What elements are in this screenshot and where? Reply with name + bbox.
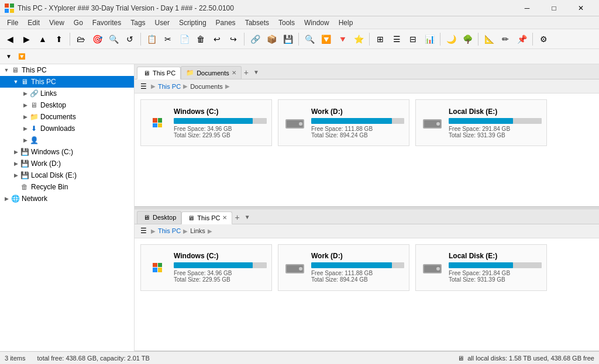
target-button[interactable]: 🎯 bbox=[89, 32, 105, 47]
pane1-tab-documents[interactable]: 📁 Documents ✕ bbox=[181, 66, 242, 79]
sidebar-item-downloads[interactable]: ▶ ⬇ Downloads bbox=[0, 123, 134, 134]
view1-button[interactable]: ⊞ bbox=[373, 32, 388, 47]
drive-card-c-pane2[interactable]: Windows (C:) Free Space: 34.96 GB Total … bbox=[140, 244, 272, 291]
filter2-button[interactable]: 🔻 bbox=[335, 32, 350, 47]
expander-local-e[interactable]: ▶ bbox=[12, 171, 20, 179]
svg-rect-0 bbox=[5, 4, 9, 8]
settings-button[interactable]: ⚙ bbox=[536, 32, 551, 47]
link-button[interactable]: 🔗 bbox=[247, 32, 263, 47]
find-button[interactable]: 🔍 bbox=[302, 32, 317, 47]
sidebar-item-local-e[interactable]: ▶ 💾 Local Disk (E:) bbox=[0, 169, 134, 181]
pane1-tab-thispc[interactable]: 🖥 This PC bbox=[137, 67, 181, 79]
drive-card-c-pane1[interactable]: Windows (C:) Free Space: 34.96 GB Total … bbox=[140, 99, 272, 146]
paste-button[interactable]: 📄 bbox=[177, 32, 192, 47]
filter-button[interactable]: 🔽 bbox=[318, 32, 333, 47]
view3-button[interactable]: ⊟ bbox=[405, 32, 421, 47]
pin-button[interactable]: 📌 bbox=[514, 32, 529, 47]
pane1-tab-documents-close[interactable]: ✕ bbox=[232, 70, 236, 76]
expander-this-pc2[interactable]: ▼ bbox=[12, 78, 20, 86]
expander-network[interactable]: ▶ bbox=[2, 195, 11, 203]
search2-button[interactable]: 🔍 bbox=[106, 32, 121, 47]
undo-button[interactable]: ↩ bbox=[209, 32, 225, 47]
expander-downloads[interactable]: ▶ bbox=[21, 124, 29, 133]
expander-work-d[interactable]: ▶ bbox=[12, 160, 20, 168]
sidebar-item-user[interactable]: ▶ 👤 bbox=[0, 134, 134, 146]
sidebar-item-this-pc[interactable]: ▼ 🖥 This PC bbox=[0, 76, 134, 88]
minimize-button[interactable]: ─ bbox=[514, 0, 541, 16]
sidebar-item-network[interactable]: ▶ 🌐 Network bbox=[0, 193, 134, 204]
ruler-button[interactable]: 📐 bbox=[481, 32, 497, 47]
folder-button[interactable]: 🗁 bbox=[73, 32, 88, 47]
forward-button[interactable]: ▶ bbox=[19, 32, 34, 47]
menu-item-edit[interactable]: Edit bbox=[23, 18, 44, 28]
pane2-tab-desktop[interactable]: 🖥 Desktop bbox=[137, 211, 181, 224]
sidebar-item-this-pc-root[interactable]: ▼ 🖥 This PC bbox=[0, 64, 134, 76]
back-button[interactable]: ◀ bbox=[2, 32, 18, 47]
pane2-tab-add[interactable]: + bbox=[232, 211, 242, 224]
sidebar-item-links[interactable]: ▶ 🔗 Links bbox=[0, 88, 134, 99]
tree-button[interactable]: 🌳 bbox=[460, 32, 475, 47]
expander-windows-c[interactable]: ▶ bbox=[12, 148, 20, 156]
expander-user[interactable]: ▶ bbox=[21, 136, 29, 144]
drive-card-d-pane1[interactable]: Work (D:) Free Space: 111.88 GB Total Si… bbox=[278, 99, 409, 146]
menu-item-file[interactable]: File bbox=[2, 18, 23, 28]
sidebar-label-windows-c: Windows (C:) bbox=[31, 148, 73, 156]
pane1-tab-docs-icon: 📁 bbox=[186, 69, 194, 77]
menu-item-tags[interactable]: Tags bbox=[126, 18, 150, 28]
pane1-bc-documents: Documents bbox=[190, 83, 223, 90]
menu-item-panes[interactable]: Panes bbox=[211, 18, 240, 28]
pane1-tab-pc-icon: 🖥 bbox=[142, 69, 150, 77]
up-button[interactable]: ▲ bbox=[35, 32, 50, 47]
sidebar-item-desktop[interactable]: ▶ 🖥 Desktop bbox=[0, 99, 134, 111]
drive-card-e-pane2[interactable]: Local Disk (E:) Free Space: 291.84 GB To… bbox=[415, 244, 547, 291]
menu-item-tabsets[interactable]: Tabsets bbox=[240, 18, 274, 28]
drive-card-e-pane1[interactable]: Local Disk (E:) Free Space: 291.84 GB To… bbox=[415, 99, 547, 146]
addressbar: ▼ 🔽 bbox=[0, 49, 599, 64]
pane2-tab-thispc[interactable]: 🖥 This PC ✕ bbox=[181, 212, 232, 224]
sidebar-item-documents[interactable]: ▶ 📁 Documents bbox=[0, 111, 134, 123]
moon-button[interactable]: 🌙 bbox=[443, 32, 459, 47]
home-button[interactable]: ⬆ bbox=[51, 32, 67, 47]
copy-button[interactable]: 📋 bbox=[144, 32, 159, 47]
pane1-bc-menu[interactable]: ☰ bbox=[138, 81, 149, 92]
pane2-bc-thispc[interactable]: This PC bbox=[158, 227, 181, 234]
sidebar-item-windows-c[interactable]: ▶ 💾 Windows (C:) bbox=[0, 146, 134, 158]
pane2-bc-menu[interactable]: ☰ bbox=[138, 226, 149, 236]
pane1-tab-documents-label: Documents bbox=[197, 70, 229, 77]
expander-this-pc[interactable]: ▼ bbox=[2, 66, 11, 74]
menu-item-favorites[interactable]: Favorites bbox=[88, 18, 126, 28]
redo-button[interactable]: ↪ bbox=[226, 32, 241, 47]
pane1-tab-add[interactable]: + bbox=[242, 66, 251, 79]
star-button[interactable]: ⭐ bbox=[351, 32, 366, 47]
pane1-tab-arrow[interactable]: ▼ bbox=[251, 66, 261, 79]
addr-filter-button[interactable]: 🔽 bbox=[16, 51, 27, 62]
menu-item-user[interactable]: User bbox=[150, 18, 174, 28]
delete-button[interactable]: 🗑 bbox=[193, 32, 208, 47]
expander-desktop[interactable]: ▶ bbox=[21, 101, 29, 109]
menu-item-go[interactable]: Go bbox=[69, 18, 88, 28]
menu-item-window[interactable]: Window bbox=[300, 18, 334, 28]
archive-button[interactable]: 📦 bbox=[264, 32, 279, 47]
save-button[interactable]: 💾 bbox=[280, 32, 295, 47]
expander-documents[interactable]: ▶ bbox=[21, 113, 29, 121]
drive-card-d-pane2[interactable]: Work (D:) Free Space: 111.88 GB Total Si… bbox=[278, 244, 409, 291]
pane2-tab-thispc-close[interactable]: ✕ bbox=[222, 214, 227, 221]
pane1-bc-thispc[interactable]: This PC bbox=[158, 83, 181, 90]
addr-back-button[interactable]: ▼ bbox=[4, 51, 14, 62]
menu-item-scripting[interactable]: Scripting bbox=[174, 18, 211, 28]
cut-button[interactable]: ✂ bbox=[160, 32, 175, 47]
expander-links[interactable]: ▶ bbox=[21, 89, 29, 98]
close-button[interactable]: ✕ bbox=[567, 0, 594, 16]
menu-item-view[interactable]: View bbox=[44, 18, 69, 28]
sidebar-item-recycle[interactable]: ▶ 🗑 Recycle Bin bbox=[0, 181, 134, 193]
view4-button[interactable]: 📊 bbox=[422, 32, 437, 47]
menu-item-tools[interactable]: Tools bbox=[274, 18, 300, 28]
sidebar-item-work-d[interactable]: ▶ 💾 Work (D:) bbox=[0, 158, 134, 169]
view2-button[interactable]: ☰ bbox=[389, 32, 404, 47]
maximize-button[interactable]: □ bbox=[541, 0, 567, 16]
drive-bar-fill-c-pane1 bbox=[174, 118, 253, 124]
menu-item-help[interactable]: Help bbox=[334, 18, 358, 28]
pane2-tab-arrow[interactable]: ▼ bbox=[242, 211, 253, 224]
refresh-button[interactable]: ↺ bbox=[122, 32, 137, 47]
edit-button[interactable]: ✏ bbox=[498, 32, 513, 47]
